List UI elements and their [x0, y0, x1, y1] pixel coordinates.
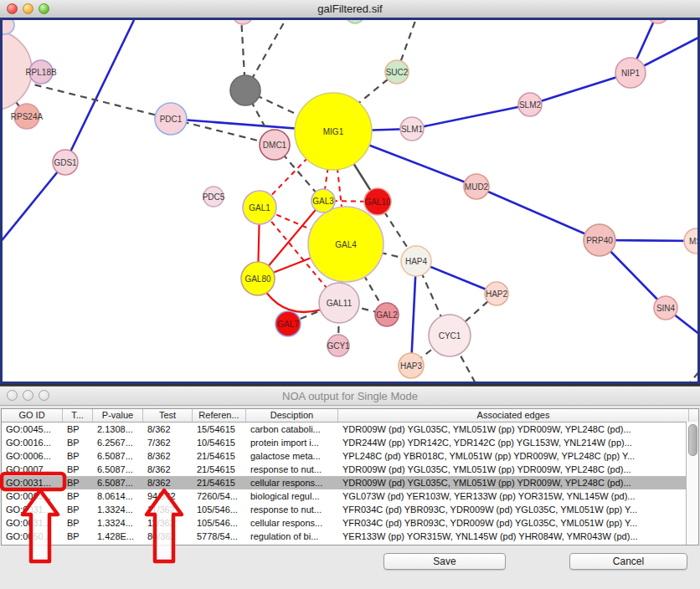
cell-test[interactable]: 80/362 — [143, 530, 193, 543]
edge-blue[interactable] — [412, 105, 530, 129]
cell-go_id[interactable]: GO:0031... — [2, 476, 63, 489]
node-gal3[interactable]: GAL3 — [311, 189, 335, 213]
node-unlabeled[interactable] — [647, 20, 669, 23]
node-gds1[interactable]: GDS1 — [53, 150, 78, 175]
table-row-9[interactable]: GO:0050...BP1.428E...80/3625778/54...reg… — [2, 530, 689, 543]
cell-p_value[interactable]: 1.3324... — [93, 503, 143, 516]
cell-test[interactable]: 8/362 — [143, 476, 193, 489]
node-gal4[interactable]: GAL4 — [308, 207, 383, 282]
cell-type[interactable]: BP — [63, 503, 93, 516]
cell-p_value[interactable]: 6.5087... — [93, 449, 143, 463]
cell-type[interactable]: BP — [63, 476, 93, 489]
table-row-1[interactable]: GO:0045...BP2.1308...8/36215/54615carbon… — [2, 423, 689, 436]
node-circle-unlabeled[interactable] — [230, 75, 260, 105]
cell-edges[interactable]: YDR244W (pp) YDR142C, YDR142C (pp) YGL15… — [338, 436, 689, 449]
cell-go_id[interactable]: GO:0031... — [2, 503, 63, 516]
node-pdc1[interactable]: PDC1 — [155, 103, 187, 135]
node-suc2[interactable]: SUC2 — [385, 60, 409, 84]
column-header-p_value[interactable]: P-value — [93, 409, 143, 422]
node-sin4[interactable]: SIN4 — [654, 296, 677, 320]
node-unlabeled[interactable] — [230, 75, 260, 105]
cell-reference[interactable]: 105/546... — [193, 503, 246, 516]
node-unlabeled[interactable] — [346, 20, 364, 23]
cell-type[interactable]: BP — [63, 489, 93, 503]
edge-blue[interactable] — [476, 187, 600, 240]
node-hap2[interactable]: HAP2 — [485, 282, 508, 305]
cell-type[interactable]: BP — [63, 449, 93, 463]
cell-p_value[interactable]: 8.0614... — [93, 489, 143, 503]
cell-edges[interactable]: YPL248C (pd) YBR018C, YML051W (pp) YDR00… — [338, 449, 689, 463]
scrollbar-thumb[interactable] — [688, 424, 697, 456]
node-gal80[interactable]: GAL80 — [241, 262, 275, 295]
cell-description[interactable]: carbon cataboli... — [246, 423, 338, 436]
cell-p_value[interactable]: 6.5087... — [93, 463, 143, 476]
cell-description[interactable]: response to nut... — [246, 503, 338, 516]
table-row-8[interactable]: GO:0031...BP1.3324...11/362105/546...cel… — [2, 516, 689, 530]
cell-go_id[interactable]: GO:0031... — [2, 516, 63, 530]
cell-type[interactable]: BP — [63, 436, 93, 449]
node-unlabeled[interactable] — [3, 20, 14, 34]
cell-test[interactable]: 8/362 — [143, 449, 193, 463]
cell-test[interactable]: 94/362 — [143, 489, 193, 503]
cell-test[interactable]: 11/362 — [143, 516, 193, 530]
node-hap3[interactable]: HAP3 — [399, 353, 424, 378]
node-hap4[interactable]: HAP4 — [401, 246, 431, 276]
cell-reference[interactable]: 7260/54... — [193, 489, 246, 503]
cell-p_value[interactable]: 2.1308... — [93, 423, 143, 436]
node-dmc1[interactable]: DMC1 — [260, 130, 290, 160]
cell-p_value[interactable]: 6.5087... — [93, 476, 143, 489]
cell-reference[interactable]: 5778/54... — [193, 530, 246, 543]
cell-description[interactable]: regulation of bi... — [246, 530, 338, 543]
node-pdc5[interactable]: PDC5 — [203, 187, 225, 207]
node-mig1[interactable]: MIG1 — [295, 93, 372, 170]
column-header-type[interactable]: T... — [63, 409, 93, 422]
node-unlabeled[interactable] — [233, 20, 253, 24]
column-header-description[interactable]: Desciption — [246, 409, 338, 422]
cell-edges[interactable]: YFR034C (pd) YBR093C, YDR009W (pd) YGL03… — [338, 503, 689, 516]
node-circle-unlabeled[interactable] — [346, 20, 364, 23]
node-circle-unlabeled[interactable] — [647, 20, 669, 23]
node-slm1[interactable]: SLM1 — [400, 117, 424, 141]
cell-test[interactable]: 8/362 — [143, 423, 193, 436]
table-row-5[interactable]: GO:0031...BP6.5087...8/36221/54615cellul… — [2, 476, 689, 489]
cell-type[interactable]: BP — [63, 463, 93, 476]
node-mud2[interactable]: MUD2 — [464, 174, 489, 199]
cell-p_value[interactable]: 6.2567... — [93, 436, 143, 449]
table-row-7[interactable]: GO:0031...BP1.3324...11/362105/546...res… — [2, 503, 689, 516]
cell-reference[interactable]: 21/54615 — [193, 449, 246, 463]
column-header-test[interactable]: Test — [143, 409, 193, 422]
cell-reference[interactable]: 21/54615 — [193, 476, 246, 489]
cell-description[interactable]: response to nut... — [246, 463, 338, 476]
cell-go_id[interactable]: GO:0050... — [2, 530, 63, 543]
cell-edges[interactable]: YGL073W (pd) YER103W, YER133W (pp) YOR31… — [338, 489, 689, 503]
cell-description[interactable]: galactose meta... — [246, 449, 338, 463]
cell-reference[interactable]: 15/54615 — [193, 423, 246, 436]
save-button[interactable]: Save — [383, 553, 506, 570]
node-gal10[interactable]: GAL10 — [364, 188, 391, 215]
cancel-button[interactable]: Cancel — [569, 553, 687, 570]
cell-reference[interactable]: 105/546... — [193, 516, 246, 530]
cell-type[interactable]: BP — [63, 423, 93, 436]
node-slm2[interactable]: SLM2 — [518, 93, 542, 116]
cell-p_value[interactable]: 1.428E... — [93, 530, 143, 543]
edge-blue[interactable] — [65, 20, 134, 162]
node-cyc1[interactable]: CYC1 — [429, 315, 471, 356]
cell-go_id[interactable]: GO:0007... — [2, 463, 63, 476]
column-header-reference[interactable]: Referen... — [193, 409, 246, 422]
cell-go_id[interactable]: GO:0016... — [2, 436, 63, 449]
node-circle-unlabeled[interactable] — [3, 20, 14, 34]
node-rps24a[interactable]: RPS24A — [11, 104, 44, 129]
noa-window-titlebar[interactable]: NOA output for Single Mode — [0, 387, 700, 406]
table-row-3[interactable]: GO:0006...BP6.5087...8/36221/54615galact… — [2, 449, 689, 463]
vertical-scrollbar[interactable] — [686, 422, 698, 545]
node-msi[interactable]: MSI — [684, 228, 697, 254]
node-gcy1[interactable]: GCY1 — [327, 335, 350, 356]
edge-gray-dash[interactable] — [687, 371, 697, 384]
table-row-6[interactable]: GO:0065...BP8.0614...94/3627260/54...bio… — [2, 489, 689, 503]
network-canvas[interactable]: RPL18BRPS24AGDS1PDC1PDC5DMC1MIG1SUC2NIP1… — [0, 18, 700, 384]
node-prp40[interactable]: PRP40 — [584, 224, 615, 256]
cell-test[interactable]: 11/362 — [143, 503, 193, 516]
cell-test[interactable]: 7/362 — [143, 436, 193, 449]
edge-blue[interactable] — [530, 73, 631, 105]
cell-edges[interactable]: YFR034C (pd) YBR093C, YDR009W (pd) YGL03… — [338, 516, 689, 530]
